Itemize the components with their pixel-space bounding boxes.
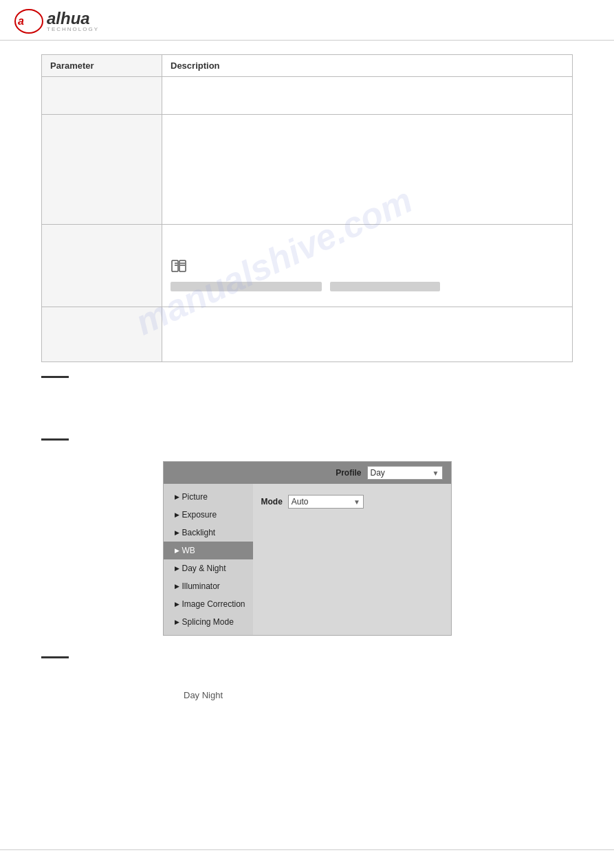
sidebar-label-splicing-mode: Splicing Mode [182, 617, 234, 627]
table-cell-right [162, 115, 573, 225]
profile-dropdown-arrow: ▼ [432, 469, 439, 477]
mode-value: Auto [292, 497, 309, 507]
profile-select[interactable]: Day ▼ [367, 466, 443, 480]
sidebar-item-image-correction[interactable]: ▶ Image Correction [164, 595, 253, 613]
panel-main-content: Mode Auto ▼ [253, 484, 451, 635]
sidebar-label-day-night: Day & Night [182, 564, 226, 573]
table-header-col2: Description [162, 55, 573, 77]
body-text-area-2 [41, 664, 573, 705]
note-bar-1 [171, 282, 322, 291]
sidebar-item-backlight[interactable]: ▶ Backlight [164, 524, 253, 542]
table-row [42, 225, 573, 307]
table-cell-left [42, 307, 162, 362]
mode-label: Mode [261, 497, 283, 507]
chevron-right-icon: ▶ [175, 565, 179, 572]
sidebar-label-illuminator: Illuminator [182, 581, 220, 591]
profile-value: Day [371, 468, 385, 478]
chevron-right-icon: ▶ [175, 619, 179, 625]
day-night-label: Day Night [184, 690, 223, 700]
sidebar-item-wb[interactable]: ▶ WB [164, 542, 253, 559]
sidebar-item-picture[interactable]: ▶ Picture [164, 488, 253, 506]
mode-dropdown-arrow: ▼ [353, 498, 360, 506]
sidebar-label-picture: Picture [182, 492, 208, 502]
table-cell-right [162, 77, 573, 115]
table-row [42, 77, 573, 115]
note-line-2 [41, 438, 69, 441]
logo: a alhua TECHNOLOGY [14, 8, 600, 34]
table-header-col1: Parameter [42, 55, 162, 77]
chevron-right-icon: ▶ [175, 529, 179, 536]
panel-sidebar: ▶ Picture ▶ Exposure ▶ Backlight ▶ [164, 484, 253, 635]
svg-rect-2 [172, 260, 178, 271]
sidebar-item-day-night[interactable]: ▶ Day & Night [164, 559, 253, 577]
chevron-right-icon: ▶ [175, 511, 179, 518]
table-row [42, 307, 573, 362]
chevron-right-icon: ▶ [175, 601, 179, 608]
doc-table: Parameter Description [41, 54, 573, 362]
table-row [42, 115, 573, 225]
table-cell-left [42, 225, 162, 307]
table-cell-left [42, 115, 162, 225]
sidebar-item-splicing-mode[interactable]: ▶ Splicing Mode [164, 613, 253, 631]
sidebar-label-wb: WB [182, 546, 195, 555]
chevron-right-icon: ▶ [175, 583, 179, 590]
ui-panel-wrapper: Profile Day ▼ ▶ Picture [41, 461, 573, 636]
chevron-right-icon: ▶ [175, 493, 179, 500]
note-line-3 [41, 656, 69, 658]
profile-row: Profile Day ▼ [164, 462, 451, 484]
profile-label: Profile [336, 468, 361, 478]
panel-body: ▶ Picture ▶ Exposure ▶ Backlight ▶ [164, 484, 451, 635]
ui-panel-section: Profile Day ▼ ▶ Picture [41, 461, 573, 636]
svg-text:a: a [18, 15, 24, 27]
note-icon [171, 265, 187, 275]
logo-subtitle: TECHNOLOGY [47, 27, 99, 32]
sidebar-item-exposure[interactable]: ▶ Exposure [164, 506, 253, 524]
page-header: a alhua TECHNOLOGY [0, 0, 614, 41]
note-bar-2 [330, 282, 440, 291]
table-cell-left [42, 77, 162, 115]
svg-rect-3 [179, 260, 186, 271]
mode-row: Mode Auto ▼ [261, 495, 443, 509]
chevron-right-icon: ▶ [175, 547, 179, 554]
sidebar-label-image-correction: Image Correction [182, 599, 245, 609]
table-cell-right [162, 225, 573, 307]
footer [0, 849, 614, 854]
table-cell-right [162, 307, 573, 362]
mode-select[interactable]: Auto ▼ [288, 495, 364, 509]
logo-name: alhua [47, 9, 90, 27]
dahua-logo-icon: a [14, 8, 44, 34]
body-text-area-1 [41, 383, 573, 438]
sidebar-item-illuminator[interactable]: ▶ Illuminator [164, 577, 253, 595]
note-line-1 [41, 376, 69, 378]
sidebar-label-exposure: Exposure [182, 510, 217, 520]
sidebar-label-backlight: Backlight [182, 528, 216, 537]
main-content: Parameter Description [0, 41, 614, 719]
ui-panel: Profile Day ▼ ▶ Picture [163, 461, 452, 636]
